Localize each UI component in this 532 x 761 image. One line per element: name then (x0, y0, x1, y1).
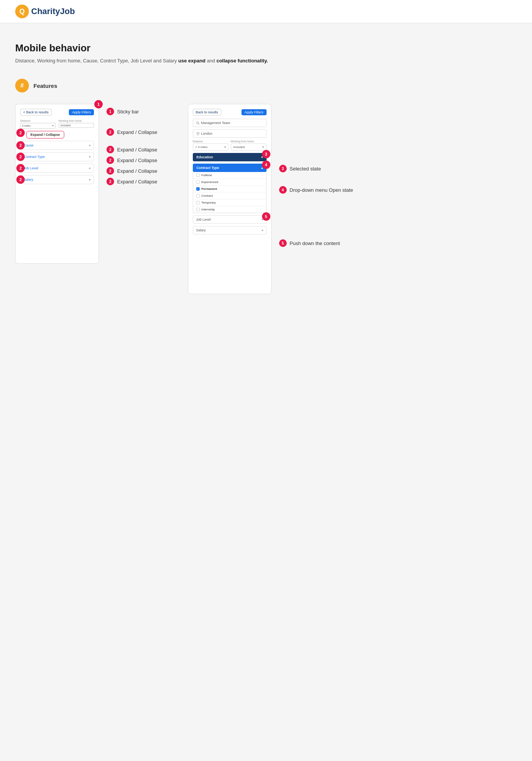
checkbox-contract[interactable] (196, 194, 200, 197)
filter-row: Distance 0 miles ▾ Working from home Inc… (20, 119, 94, 129)
contract-options: Fulltime Experienced ✓ Permanent (193, 172, 267, 213)
right-annotation-col: 3 Selected state 4 Drop-down menu Open s… (279, 104, 353, 247)
left-annotation-col: 1 Sticky bar 2 Expand / Collapse 2 Expan… (106, 104, 157, 188)
apply-button-right[interactable]: Apply Filters (241, 109, 267, 115)
ann-expand5: 2 Expand / Collapse (106, 178, 157, 185)
wfh-label-r: Working from home (231, 140, 267, 143)
chevron-icon: ▾ (52, 124, 54, 127)
ann-selected: 3 Selected state (279, 165, 353, 172)
subtitle-plain: Distance, Working from home, Cause, Cont… (15, 58, 178, 64)
badge-5: 5 (262, 212, 270, 221)
features-badge: # (15, 79, 29, 92)
wfh-select-r[interactable]: Included ▾ (231, 143, 267, 151)
ann-text-sticky: Sticky bar (117, 109, 139, 115)
option-permanent-label: Permanent (202, 187, 217, 191)
option-internship-label: Internship (202, 208, 215, 211)
right-mockup: Back to results Apply Filters Management… (188, 104, 272, 294)
checkbox-fulltime[interactable] (196, 174, 200, 177)
logo: Q CharityJob (15, 5, 75, 18)
checkbox-internship[interactable] (196, 208, 200, 211)
cause-chevron-icon: ▾ (89, 144, 91, 147)
checkbox-experienced[interactable] (196, 180, 200, 184)
option-contract[interactable]: Contract (193, 193, 266, 199)
left-mockup: < Back to results Apply Filters Distance… (15, 104, 99, 264)
svg-point-4 (197, 132, 199, 134)
header: Q CharityJob (0, 0, 532, 23)
option-fulltime[interactable]: Fulltime (193, 172, 266, 179)
contract-type-bar[interactable]: Contract Type ▴ (193, 164, 267, 172)
svg-line-3 (199, 124, 199, 124)
badge-3: 3 (262, 150, 270, 158)
svg-text:Q: Q (19, 8, 25, 15)
option-permanent[interactable]: ✓ Permanent (193, 186, 266, 193)
left-demo: 1 < Back to results Apply Filters Distan… (15, 104, 157, 264)
option-experienced-label: Experienced (202, 180, 218, 184)
ann-badge-1: 1 (106, 108, 114, 115)
location-bar[interactable]: London (193, 129, 267, 138)
option-temporary[interactable]: Temporary (193, 199, 266, 206)
ann-pushdown: 5 Push down the content (279, 239, 353, 247)
search-text: Management Team (201, 121, 230, 125)
contract-type-filter-left[interactable]: Contract Type ▾ (20, 152, 94, 161)
salary-filter-right[interactable]: Salary ▾ (193, 226, 267, 234)
svg-point-2 (197, 122, 199, 124)
subtitle-and: and (207, 58, 216, 64)
badge-2-contract: 2 (16, 153, 25, 161)
badge-2-joblevel: 2 (16, 164, 25, 172)
back-button-left[interactable]: < Back to results (20, 109, 52, 116)
ann-text-selected: Selected state (290, 166, 321, 172)
back-button-right[interactable]: Back to results (193, 109, 221, 116)
contract-type-label: Contract Type (197, 166, 219, 170)
left-mockup-wrapper: 1 < Back to results Apply Filters Distan… (15, 104, 99, 264)
badge-2-salary: 2 (16, 175, 25, 184)
contract-type-label-left: Contract Type (24, 155, 45, 159)
ann-text-expand5: Expand / Collapse (117, 179, 157, 185)
location-text: London (201, 132, 213, 135)
cause-filter[interactable]: Cause ▾ (20, 141, 94, 150)
ann-badge-2d: 2 (106, 167, 114, 175)
dist-select-r[interactable]: < 0 miles ▾ (193, 143, 229, 151)
job-level-filter-right[interactable]: Job Level ▾ (193, 215, 267, 224)
location-icon (196, 132, 200, 135)
subtitle-bold1: use expand (178, 58, 206, 64)
subtitle-bold2: collapse functionality. (216, 58, 268, 64)
page-subtitle: Distance, Working from home, Cause, Cont… (15, 58, 517, 64)
ann-badge-5: 5 (279, 239, 287, 247)
dist-wfh-row: Distance < 0 miles ▾ Working from home I… (193, 140, 267, 151)
ann-text-expand4: Expand / Collapse (117, 168, 157, 174)
sticky-bar-right: Back to results Apply Filters (193, 109, 267, 116)
ann-badge-2c: 2 (106, 156, 114, 164)
wfh-select[interactable]: Included (59, 123, 94, 128)
wfh-filter: Working from home Included (59, 119, 94, 129)
right-demo: Back to results Apply Filters Management… (188, 104, 353, 294)
checkbox-temporary[interactable] (196, 201, 200, 204)
option-temporary-label: Temporary (202, 201, 216, 204)
job-level-filter[interactable]: Job Level ▾ (20, 164, 94, 173)
page-title: Mobile behavior (15, 42, 517, 54)
ann-expand4: 2 Expand / Collapse (106, 167, 157, 175)
features-header: # Features (15, 79, 517, 92)
ann-expand1: 2 Expand / Collapse (106, 128, 157, 136)
ann-expand3: 2 Expand / Collapse (106, 156, 157, 164)
right-mockup-wrapper: Back to results Apply Filters Management… (188, 104, 272, 294)
option-internship[interactable]: Internship (193, 206, 266, 213)
dist-col: Distance < 0 miles ▾ (193, 140, 229, 151)
wfh-label: Working from home (59, 119, 94, 122)
ann-text-expand2: Expand / Collapse (117, 147, 157, 153)
distance-label: Distance (20, 119, 56, 122)
job-level-label: Job Level (24, 166, 38, 170)
search-icon (196, 121, 200, 125)
distance-filter: Distance 0 miles ▾ (20, 119, 56, 129)
wfh-col: Working from home Included ▾ (231, 140, 267, 151)
logo-icon: Q (15, 5, 29, 18)
search-bar[interactable]: Management Team (193, 119, 267, 127)
apply-button-left[interactable]: Apply Filters (69, 109, 94, 115)
joblevel-chevron-icon: ▾ (89, 167, 91, 170)
checkbox-permanent[interactable]: ✓ (196, 187, 200, 191)
distance-select[interactable]: 0 miles ▾ (20, 123, 56, 129)
option-experienced[interactable]: Experienced (193, 179, 266, 186)
features-label: Features (33, 83, 57, 89)
education-bar[interactable]: Education ▾ (193, 153, 267, 161)
salary-filter[interactable]: Salary ▾ (20, 175, 94, 184)
badge-2-cause: 2 (16, 141, 25, 150)
